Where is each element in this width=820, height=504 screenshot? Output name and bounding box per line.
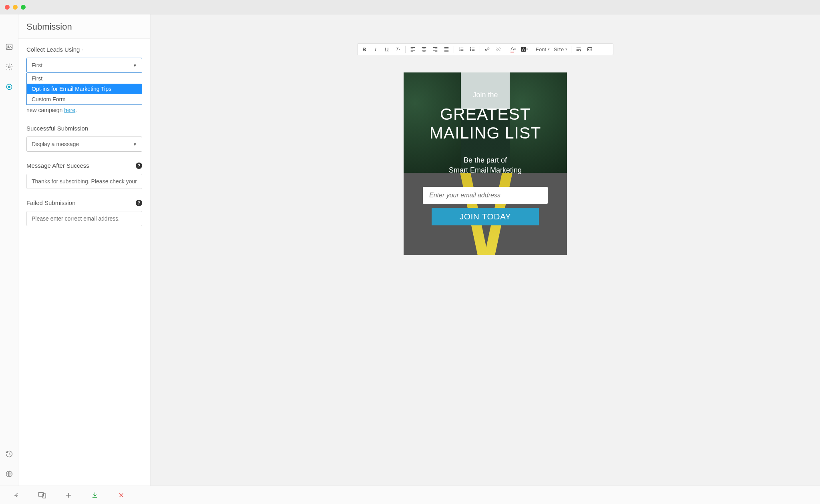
svg-point-9 <box>470 48 471 48</box>
underline-icon[interactable]: U <box>382 44 392 54</box>
bold-icon[interactable]: B <box>359 44 370 54</box>
collect-leads-value: First <box>32 62 42 68</box>
message-after-success-label: Message After Success ? <box>26 162 142 169</box>
window-close-icon[interactable] <box>5 5 10 10</box>
size-dropdown[interactable]: Size▾ <box>552 46 569 52</box>
popup-pretitle[interactable]: Join the <box>472 91 498 99</box>
failed-submission-label: Failed Submission ? <box>26 199 142 206</box>
history-icon[interactable] <box>5 450 14 458</box>
svg-point-2 <box>8 66 10 68</box>
unordered-list-icon[interactable] <box>467 44 478 54</box>
settings-panel: Submission Collect Leads Using - First ▼… <box>18 14 151 486</box>
svg-point-11 <box>470 50 471 51</box>
back-icon[interactable] <box>2 486 29 504</box>
collect-leads-dropdown: First Opt-ins for Email Marketing Tips C… <box>26 73 142 105</box>
align-center-icon[interactable] <box>419 44 429 54</box>
svg-point-4 <box>8 86 10 88</box>
help-icon[interactable]: ? <box>136 200 142 206</box>
email-field[interactable] <box>423 187 548 204</box>
code-icon[interactable] <box>585 44 595 54</box>
image-icon[interactable] <box>5 42 14 51</box>
dropdown-option[interactable]: Opt-ins for Email Marketing Tips <box>27 84 142 94</box>
svg-rect-0 <box>6 44 12 49</box>
link-icon[interactable] <box>482 44 492 54</box>
dropdown-option[interactable]: Custom Form <box>27 94 142 104</box>
panel-title: Submission <box>26 22 142 32</box>
popup-title[interactable]: GREATEST MAILING LIST <box>430 105 541 143</box>
failed-submission-input[interactable] <box>26 211 142 226</box>
svg-point-10 <box>470 49 471 50</box>
download-icon[interactable] <box>82 486 108 504</box>
svg-point-1 <box>8 46 9 47</box>
dropdown-option[interactable]: First <box>27 73 142 84</box>
left-rail <box>0 14 18 486</box>
paragraph-icon[interactable] <box>573 44 584 54</box>
message-after-success-input[interactable] <box>26 174 142 189</box>
chevron-down-icon: ▼ <box>133 142 137 147</box>
gear-icon[interactable] <box>5 62 14 71</box>
join-button[interactable]: JOIN TODAY <box>432 208 539 225</box>
successful-submission-label: Successful Submission <box>26 125 142 132</box>
devices-icon[interactable] <box>29 486 55 504</box>
panel-header: Submission <box>18 14 150 39</box>
close-icon[interactable] <box>108 486 135 504</box>
italic-icon[interactable]: I <box>370 44 381 54</box>
chevron-down-icon: ▼ <box>133 63 137 68</box>
align-right-icon[interactable] <box>430 44 440 54</box>
popup-subtitle[interactable]: Be the part of Smart Email Marketing <box>449 155 522 175</box>
create-campaign-link[interactable]: here <box>64 107 75 113</box>
font-dropdown[interactable]: Font▾ <box>534 46 551 52</box>
target-icon[interactable] <box>5 82 14 91</box>
popup-preview[interactable]: Join the GREATEST MAILING LIST Be the pa… <box>404 72 567 255</box>
text-color-icon[interactable]: A▾ <box>508 44 519 54</box>
successful-submission-select[interactable]: Display a message ▼ <box>26 137 142 152</box>
titlebar <box>0 0 820 14</box>
add-icon[interactable] <box>55 486 82 504</box>
align-left-icon[interactable] <box>408 44 418 54</box>
unlink-icon[interactable] <box>493 44 504 54</box>
window-zoom-icon[interactable] <box>21 5 26 10</box>
bg-color-icon[interactable]: A▾ <box>519 44 530 54</box>
globe-icon[interactable] <box>5 470 14 478</box>
successful-submission-value: Display a message <box>32 141 79 147</box>
editor-canvas: B I U T× 123 A▾ A▾ Font▾ Siz <box>151 14 820 486</box>
collect-leads-select[interactable]: First ▼ First Opt-ins for Email Marketin… <box>26 58 142 73</box>
help-icon[interactable]: ? <box>136 163 142 169</box>
window-minimize-icon[interactable] <box>13 5 18 10</box>
clear-format-icon[interactable]: T× <box>393 44 403 54</box>
collect-leads-label: Collect Leads Using - <box>26 46 142 53</box>
svg-text:3: 3 <box>459 50 460 51</box>
ordered-list-icon[interactable]: 123 <box>456 44 466 54</box>
align-justify-icon[interactable] <box>441 44 452 54</box>
bottom-bar <box>0 486 820 504</box>
editor-toolbar: B I U T× 123 A▾ A▾ Font▾ Siz <box>357 43 613 55</box>
